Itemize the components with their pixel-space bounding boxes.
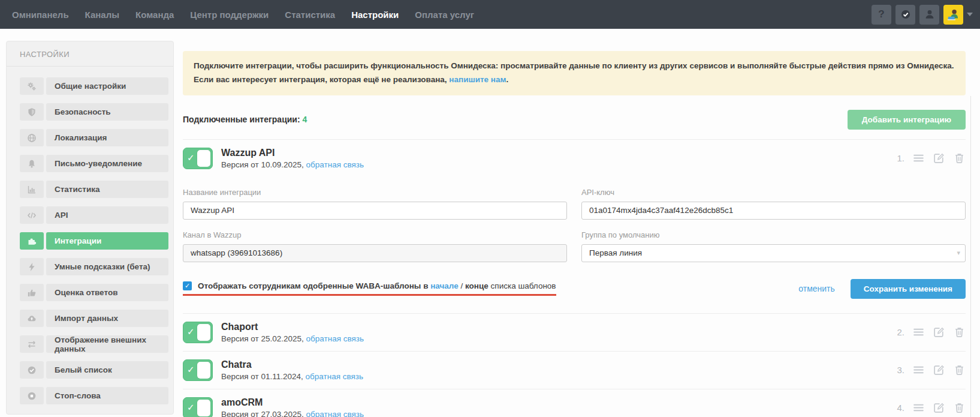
- drag-handle-icon[interactable]: [912, 401, 925, 414]
- stop-icon: [20, 387, 44, 404]
- edit-icon[interactable]: [933, 401, 945, 414]
- toggle-knob: [197, 150, 210, 167]
- amocrm-toggle-on[interactable]: ✓: [183, 397, 213, 417]
- sidebar-item-label: Письмо-уведомление: [46, 155, 168, 172]
- sidebar-item-statistics[interactable]: Статистика: [20, 181, 168, 198]
- sidebar-item-external-data[interactable]: Отображение внешних данных: [20, 335, 168, 353]
- default-group-select[interactable]: Первая линия ▾: [581, 244, 966, 262]
- chatra-toggle-on[interactable]: ✓: [183, 359, 213, 381]
- field-label: Группа по умолчанию: [581, 230, 966, 239]
- nav-omnipanel[interactable]: Омнипанель: [12, 10, 69, 20]
- connected-integrations: Подключенные интеграции: 4: [183, 115, 307, 124]
- drag-handle-icon[interactable]: [912, 364, 925, 376]
- trash-icon[interactable]: [953, 364, 966, 376]
- sidebar-item-label: Оценка ответов: [46, 284, 168, 301]
- integration-info: Chaport Версия от 25.02.2025, обратная с…: [221, 322, 364, 343]
- save-changes-button[interactable]: Сохранить изменения: [851, 279, 966, 299]
- cancel-link[interactable]: отменить: [798, 284, 835, 293]
- waba-checkbox-checked[interactable]: ✓: [183, 281, 192, 290]
- integration-row-wazzup: ✓ Wazzup API Версия от 10.09.2025, обрат…: [183, 140, 966, 177]
- integration-name: amoCRM: [221, 397, 364, 408]
- write-us-link[interactable]: напишите нам: [449, 75, 506, 84]
- scrollbar-track[interactable]: [970, 96, 971, 417]
- badge-check-icon: [20, 361, 44, 379]
- trash-icon[interactable]: [953, 401, 966, 414]
- profile-button[interactable]: [919, 5, 939, 25]
- nav-settings[interactable]: Настройки: [351, 10, 399, 20]
- order-number: 3.: [897, 365, 904, 375]
- wazzup-channel-input[interactable]: [183, 244, 567, 262]
- sidebar-item-label: Белый список: [46, 361, 168, 379]
- feedback-link[interactable]: обратная связь: [306, 372, 363, 381]
- add-integration-button[interactable]: Добавить интеграцию: [848, 110, 966, 130]
- integrations-list: ✓ Wazzup API Версия от 10.09.2025, обрат…: [183, 139, 966, 417]
- sidebar-item-smart-hints[interactable]: Умные подсказки (бета): [20, 258, 168, 275]
- gears-icon: [20, 77, 44, 95]
- feedback-link[interactable]: обратная связь: [306, 410, 364, 417]
- order-number: 2.: [897, 327, 904, 337]
- sidebar-item-data-import[interactable]: Импорт данных: [20, 310, 168, 327]
- sidebar-title: НАСТРОЙКИ: [7, 41, 173, 67]
- row-controls: 1.: [897, 152, 966, 164]
- connected-label: Подключенные интеграции:: [183, 115, 300, 124]
- arrows-swap-icon: [20, 335, 44, 353]
- sidebar-item-integrations[interactable]: Интеграции: [20, 232, 168, 250]
- sidebar-item-label: Импорт данных: [46, 310, 168, 327]
- separator-text: /: [459, 281, 465, 290]
- trash-icon[interactable]: [953, 152, 966, 164]
- account-menu[interactable]: [943, 5, 973, 25]
- end-option-text: конце: [465, 281, 489, 290]
- sidebar-item-stop-words[interactable]: Стоп-слова: [20, 387, 168, 404]
- nav-team[interactable]: Команда: [135, 10, 174, 20]
- feedback-link[interactable]: обратная связь: [306, 334, 364, 343]
- nav-channels[interactable]: Каналы: [85, 10, 119, 20]
- field-api-key: API-ключ: [581, 188, 966, 220]
- help-button[interactable]: ?: [872, 5, 891, 25]
- drag-handle-icon[interactable]: [912, 326, 925, 338]
- field-label: Название интеграции: [183, 188, 567, 197]
- edit-icon[interactable]: [933, 152, 945, 164]
- top-bar: Омнипанель Каналы Команда Центр поддержк…: [0, 0, 980, 29]
- api-key-input[interactable]: [581, 202, 966, 220]
- integrations-page: Подключите интеграции, чтобы расширить ф…: [183, 41, 966, 417]
- sidebar-item-answer-rating[interactable]: Оценка ответов: [20, 284, 168, 301]
- integration-name-input[interactable]: [183, 202, 567, 220]
- nav-statistics[interactable]: Статистика: [285, 10, 335, 20]
- settings-sidebar: НАСТРОЙКИ Общие настройки Безопасность Л…: [6, 41, 174, 415]
- field-integration-name: Название интеграции: [183, 188, 567, 220]
- sidebar-item-label: Общие настройки: [46, 77, 168, 95]
- connected-row: Подключенные интеграции: 4 Добавить инте…: [183, 110, 966, 130]
- thumb-up-icon: [20, 284, 44, 301]
- feedback-link[interactable]: обратная связь: [306, 160, 364, 169]
- nav-support-center[interactable]: Центр поддержки: [190, 10, 269, 20]
- row-controls: 4.: [897, 401, 966, 414]
- sidebar-items: Общие настройки Безопасность Локализация…: [7, 67, 173, 404]
- sidebar-item-api[interactable]: API: [20, 206, 168, 224]
- wazzup-toggle-on[interactable]: ✓: [183, 148, 213, 169]
- sidebar-item-label: Локализация: [46, 129, 168, 146]
- chaport-toggle-on[interactable]: ✓: [183, 322, 213, 343]
- edit-icon[interactable]: [933, 364, 945, 376]
- sidebar-item-whitelist[interactable]: Белый список: [20, 361, 168, 379]
- sidebar-item-label: Умные подсказки (бета): [46, 258, 168, 275]
- nav-billing[interactable]: Оплата услуг: [415, 10, 474, 20]
- verified-button[interactable]: [895, 5, 915, 25]
- drag-handle-icon[interactable]: [912, 152, 925, 164]
- field-default-group: Группа по умолчанию Первая линия ▾: [581, 230, 966, 262]
- trash-icon[interactable]: [953, 326, 966, 338]
- sidebar-item-label: API: [46, 206, 168, 224]
- waba-templates-option: ✓ Отображать сотрудникам одобренные WABA…: [183, 281, 556, 296]
- top-actions: ?: [872, 5, 973, 25]
- code-icon: [20, 206, 44, 224]
- sidebar-item-localization[interactable]: Локализация: [20, 129, 168, 146]
- edit-icon[interactable]: [933, 326, 945, 338]
- puzzle-icon: [20, 232, 44, 250]
- sidebar-item-label: Интеграции: [46, 232, 168, 250]
- sidebar-item-notification-email[interactable]: Письмо-уведомление: [20, 155, 168, 172]
- order-number: 4.: [897, 403, 904, 413]
- field-label: API-ключ: [581, 188, 966, 197]
- sidebar-item-security[interactable]: Безопасность: [20, 103, 168, 121]
- sidebar-item-general-settings[interactable]: Общие настройки: [20, 77, 168, 95]
- row-controls: 2.: [897, 326, 966, 338]
- beginning-link[interactable]: начале: [430, 281, 459, 290]
